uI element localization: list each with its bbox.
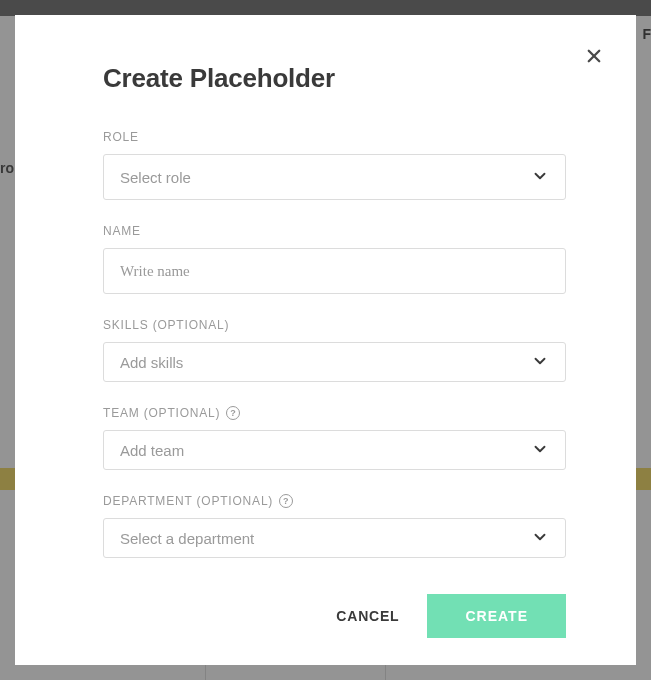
team-field-group: TEAM (OPTIONAL) ? Add team bbox=[103, 406, 566, 470]
create-placeholder-modal: Create Placeholder ROLE Select role NAME… bbox=[15, 15, 636, 665]
skills-select[interactable]: Add skills bbox=[103, 342, 566, 382]
team-label-text: TEAM (OPTIONAL) bbox=[103, 406, 220, 420]
skills-select-placeholder: Add skills bbox=[120, 354, 531, 371]
role-field-group: ROLE Select role bbox=[103, 130, 566, 200]
name-field-group: NAME Write name bbox=[103, 224, 566, 294]
modal-footer: CANCEL CREATE bbox=[103, 594, 566, 638]
role-select-placeholder: Select role bbox=[120, 169, 531, 186]
chevron-down-icon bbox=[531, 528, 549, 549]
team-label: TEAM (OPTIONAL) ? bbox=[103, 406, 566, 420]
department-field-group: DEPARTMENT (OPTIONAL) ? Select a departm… bbox=[103, 494, 566, 558]
name-input[interactable]: Write name bbox=[103, 248, 566, 294]
team-select-placeholder: Add team bbox=[120, 442, 531, 459]
skills-field-group: SKILLS (OPTIONAL) Add skills bbox=[103, 318, 566, 382]
department-select-placeholder: Select a department bbox=[120, 530, 531, 547]
chevron-down-icon bbox=[531, 440, 549, 461]
close-icon bbox=[585, 47, 603, 68]
chevron-down-icon bbox=[531, 167, 549, 188]
team-select[interactable]: Add team bbox=[103, 430, 566, 470]
name-label: NAME bbox=[103, 224, 566, 238]
name-input-placeholder: Write name bbox=[120, 263, 190, 280]
department-select[interactable]: Select a department bbox=[103, 518, 566, 558]
help-icon[interactable]: ? bbox=[279, 494, 293, 508]
cancel-button[interactable]: CANCEL bbox=[336, 608, 399, 624]
bg-top-bar bbox=[0, 0, 651, 16]
help-icon[interactable]: ? bbox=[226, 406, 240, 420]
role-select[interactable]: Select role bbox=[103, 154, 566, 200]
chevron-down-icon bbox=[531, 352, 549, 373]
department-label-text: DEPARTMENT (OPTIONAL) bbox=[103, 494, 273, 508]
modal-title: Create Placeholder bbox=[103, 63, 566, 94]
role-label: ROLE bbox=[103, 130, 566, 144]
department-label: DEPARTMENT (OPTIONAL) ? bbox=[103, 494, 566, 508]
close-button[interactable] bbox=[582, 45, 606, 69]
skills-label: SKILLS (OPTIONAL) bbox=[103, 318, 566, 332]
create-button[interactable]: CREATE bbox=[427, 594, 566, 638]
